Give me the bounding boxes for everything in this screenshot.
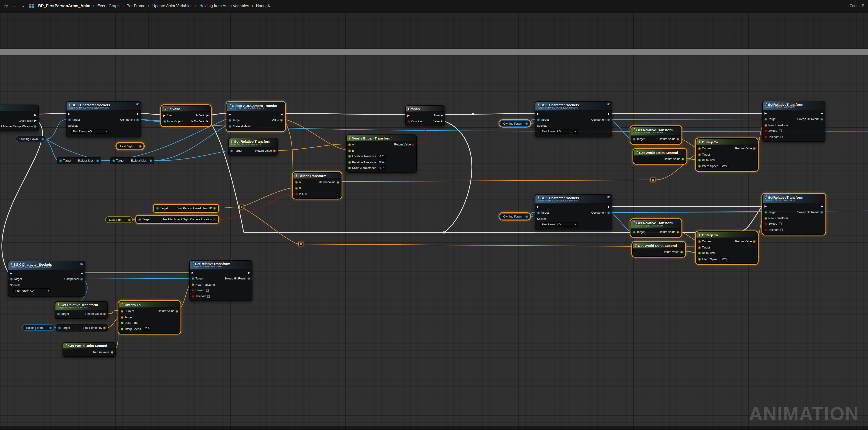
pin-component[interactable] xyxy=(607,119,610,121)
compact-node-use-attachment-sight-camera-location[interactable]: TargetUse Attachment Sight Camera Locati… xyxy=(136,216,218,223)
exec-pin[interactable] xyxy=(765,206,767,208)
breadcrumb-item-3[interactable]: Update Anim Variables xyxy=(152,3,192,8)
node-select-adscamera-transform[interactable]: ƒSelect ADSCamera TransformTarget is BP_… xyxy=(226,102,285,131)
pin-sweep-hit-result[interactable] xyxy=(247,278,250,280)
checkbox[interactable] xyxy=(779,223,781,225)
pin-input-object[interactable] xyxy=(163,120,166,123)
exec-pin[interactable] xyxy=(608,113,610,115)
pin-target[interactable] xyxy=(68,119,71,121)
pin-delta-time[interactable] xyxy=(698,252,701,255)
pin-return-value[interactable] xyxy=(676,138,679,141)
node-set-relative-transform-3[interactable]: ƒSetRelativeTransformTarget is Scene Com… xyxy=(189,260,252,301)
exec-pin[interactable] xyxy=(207,114,209,117)
pin-output[interactable] xyxy=(213,218,216,221)
pin-sweep-hit-result[interactable] xyxy=(820,118,823,121)
pin-component[interactable] xyxy=(80,278,83,281)
exec-pin[interactable] xyxy=(537,206,539,208)
pin-return-value[interactable] xyxy=(176,310,178,313)
exec-pin[interactable] xyxy=(137,113,139,115)
exec-pin[interactable] xyxy=(765,113,767,115)
pin-teleport[interactable] xyxy=(765,228,767,231)
node-set-relative-transform-1[interactable]: ƒSetRelativeTransformTarget is Scene Com… xyxy=(762,101,825,142)
node-get-relative-transform-3[interactable]: ƒGet Relative TransformTarget is Scene C… xyxy=(630,219,681,237)
node-get-world-delta-seconds-1[interactable]: ƒGet World Delta SecondsReturn Value xyxy=(633,149,686,164)
node-sgk-character-sockets-1[interactable]: ƒSGK Character SocketsTarget is BP_SGKCh… xyxy=(66,101,141,137)
sockets-dropdown[interactable]: First Person AO▾ xyxy=(13,288,51,294)
value-box[interactable]: 20.0 xyxy=(143,327,151,331)
pin-output[interactable] xyxy=(525,215,528,218)
graph-canvas[interactable]: ANIMATION MasterRangeWeaponCast FailedBP… xyxy=(0,12,868,430)
exec-pin[interactable] xyxy=(821,113,823,115)
exec-pin[interactable] xyxy=(34,120,37,122)
breadcrumb-item-0[interactable]: BP_FirstPersonArms_Anim xyxy=(38,3,90,8)
pin-scale-3dtolerance[interactable] xyxy=(348,166,351,170)
variable-pill-owning-pawn-2[interactable]: Owning Pawn xyxy=(499,120,530,127)
pin-return-value[interactable] xyxy=(753,240,755,243)
pin-return-value[interactable] xyxy=(337,181,339,184)
pin-teleport[interactable] xyxy=(192,295,194,298)
node-get-relative-transform-2[interactable]: ƒGet Relative TransformTarget is Scene C… xyxy=(630,126,681,144)
pin-return-value[interactable] xyxy=(680,251,683,253)
pin-b[interactable] xyxy=(295,187,298,189)
pin-target[interactable] xyxy=(156,207,159,210)
pin-return-value[interactable] xyxy=(753,147,755,150)
pin-new-transform[interactable] xyxy=(192,283,194,286)
pin-target[interactable] xyxy=(230,149,233,152)
pin-a[interactable] xyxy=(295,181,298,184)
pin-return-value[interactable] xyxy=(103,313,106,315)
pin-target[interactable] xyxy=(58,327,61,329)
exec-pin[interactable] xyxy=(281,114,283,116)
node-set-relative-transform-2[interactable]: ƒSetRelativeTransformTarget is Scene Com… xyxy=(762,194,825,235)
sockets-dropdown[interactable]: First Person AO▾ xyxy=(540,129,578,134)
variable-pill-owning-pawn-1[interactable]: Owning Pawn xyxy=(16,135,46,142)
pin-interp-speed[interactable] xyxy=(121,328,123,330)
pin-skeletal-mesh[interactable] xyxy=(228,125,231,128)
node-get-relative-transform-4[interactable]: ƒGet Relative TransformTarget is Scene C… xyxy=(55,301,108,319)
reroute-3[interactable] xyxy=(650,178,655,182)
breadcrumb-item-1[interactable]: Event Graph xyxy=(97,3,120,8)
exec-pin[interactable] xyxy=(81,273,83,275)
pin-target[interactable] xyxy=(698,246,701,249)
pin-component[interactable] xyxy=(136,119,139,121)
pin-return-value[interactable] xyxy=(681,158,684,161)
pin-return-value[interactable] xyxy=(676,231,679,234)
pin-pick-a[interactable] xyxy=(295,193,298,195)
exec-pin[interactable] xyxy=(608,206,610,208)
exec-pin[interactable] xyxy=(163,114,166,117)
pin-b[interactable] xyxy=(348,149,351,152)
pin-output[interactable] xyxy=(96,159,99,162)
node-sgk-character-sockets-3[interactable]: ƒSGK Character SocketsTarget is BP_SGKCh… xyxy=(535,194,612,230)
node-branch[interactable]: BranchConditionTrueFalse xyxy=(405,105,445,126)
node-select-transform[interactable]: ƒSelect TransformABPick AReturn Value xyxy=(293,172,342,199)
pin-target[interactable] xyxy=(121,316,123,318)
variable-pill-last-sight-2[interactable]: Last Sight xyxy=(105,216,133,223)
exec-pin[interactable] xyxy=(207,120,209,123)
pin-output[interactable] xyxy=(41,137,44,140)
pin-return-value[interactable] xyxy=(273,149,276,152)
node-nearly-equal-transform[interactable]: ƒNearly Equal (Transform)ABLocation Tole… xyxy=(346,134,417,173)
pin-a[interactable] xyxy=(348,144,351,146)
pin-new-transform[interactable] xyxy=(765,124,767,127)
pin-current[interactable] xyxy=(698,240,701,243)
exec-pin[interactable] xyxy=(10,273,12,275)
sockets-dropdown[interactable]: First Person AO▾ xyxy=(71,129,109,134)
breadcrumb-item-2[interactable]: Per Frame xyxy=(126,3,145,8)
pin-target[interactable] xyxy=(537,212,540,215)
pin-condition[interactable] xyxy=(407,120,410,123)
pin-output[interactable] xyxy=(49,326,52,329)
exec-pin[interactable] xyxy=(441,114,443,117)
sockets-dropdown[interactable]: First Person AO▾ xyxy=(540,222,578,227)
pin-output[interactable] xyxy=(149,159,152,162)
node-get-relative-transform-1[interactable]: ƒGet Relative TransformTarget is Scene C… xyxy=(228,138,278,156)
pin-return-value[interactable] xyxy=(412,144,415,146)
value-box[interactable]: 0.01 xyxy=(378,166,386,170)
pin-output[interactable] xyxy=(525,122,528,125)
pin-rotation-tolerance[interactable] xyxy=(348,161,351,163)
pin-target[interactable] xyxy=(138,218,141,221)
variable-pill-last-sight-1[interactable]: Last Sight xyxy=(116,143,144,149)
exec-pin[interactable] xyxy=(821,206,823,208)
pin-target[interactable] xyxy=(10,278,12,281)
node-sgk-character-sockets-4[interactable]: ƒSGK Character SocketsTarget is BP_SGKCh… xyxy=(8,260,85,297)
pin-target[interactable] xyxy=(113,159,115,162)
pin-delta-time[interactable] xyxy=(698,159,701,162)
